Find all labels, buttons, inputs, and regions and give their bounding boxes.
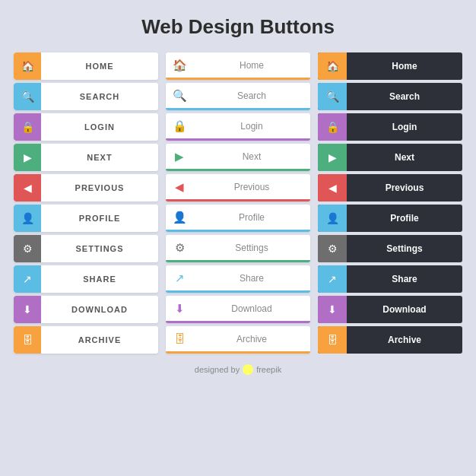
icon-symbol: ▶ <box>328 151 337 163</box>
btn-notch <box>455 52 462 80</box>
btn-style2-download[interactable]: ⬇ Download <box>166 296 310 323</box>
btn-style2-profile[interactable]: 👤 Profile <box>166 205 310 232</box>
btn-label: Search <box>193 90 310 101</box>
btn-style1-previous[interactable]: ◀ PREVIOUS <box>14 174 158 202</box>
icon-symbol: ⚙ <box>23 243 33 255</box>
btn-label: NEXT <box>41 153 158 162</box>
page-title: Web Design Buttons <box>141 15 335 39</box>
icon-symbol: ⚙ <box>175 241 185 255</box>
btn-style2-settings[interactable]: ⚙ Settings <box>166 235 310 262</box>
btn-label: SEARCH <box>41 92 158 101</box>
btn-style2-login[interactable]: 🔒 Login <box>166 113 310 141</box>
btn-icon: 🔍 <box>166 82 193 109</box>
btn-label: PROFILE <box>41 214 158 223</box>
icon-symbol: ⬇ <box>175 302 185 316</box>
btn-notch <box>455 83 462 110</box>
icon-symbol: 🔍 <box>173 89 187 103</box>
btn-label: Login <box>193 121 310 132</box>
btn-notch <box>455 296 462 323</box>
column-style3: 🏠 Home 🔍 Search 🔒 Login ▶ Next ◀ Previou… <box>318 52 462 354</box>
btn-style3-next[interactable]: ▶ Next <box>318 144 462 171</box>
btn-label: Previous <box>193 182 310 192</box>
icon-symbol: 👤 <box>326 212 339 224</box>
btn-icon: ⚙ <box>318 235 347 262</box>
icon-symbol: 🔍 <box>21 90 34 103</box>
btn-style1-share[interactable]: ↗ SHARE <box>14 265 158 293</box>
btn-label: SETTINGS <box>41 244 158 253</box>
btn-style3-profile[interactable]: 👤 Profile <box>318 205 462 232</box>
btn-style1-home[interactable]: 🏠 HOME <box>14 52 158 80</box>
btn-style3-share[interactable]: ↗ Share <box>318 265 462 293</box>
btn-label: Next <box>347 152 462 163</box>
icon-symbol: 🔒 <box>173 119 187 133</box>
btn-style2-next[interactable]: ▶ Next <box>166 144 310 171</box>
icon-symbol: 🔒 <box>326 121 339 133</box>
freepik-logo-icon <box>243 364 253 375</box>
btn-icon: ↗ <box>166 265 193 292</box>
btn-label: Login <box>347 122 462 132</box>
btn-style2-share[interactable]: ↗ Share <box>166 265 310 293</box>
btn-style3-home[interactable]: 🏠 Home <box>318 52 462 80</box>
btn-style1-search[interactable]: 🔍 SEARCH <box>14 83 158 110</box>
footer-text: designed by <box>195 365 240 374</box>
btn-icon: ⬇ <box>166 295 193 322</box>
btn-label: Share <box>347 274 462 284</box>
btn-icon: 🔒 <box>318 113 347 141</box>
icon-symbol: 👤 <box>173 211 187 224</box>
btn-icon: 🏠 <box>166 52 193 79</box>
btn-style1-settings[interactable]: ⚙ SETTINGS <box>14 235 158 262</box>
footer: designed by freepik <box>195 364 281 375</box>
btn-label: Settings <box>193 243 310 253</box>
btn-style3-archive[interactable]: 🗄 Archive <box>318 326 462 354</box>
icon-symbol: 🗄 <box>174 332 186 345</box>
btn-label: DOWNLOAD <box>41 305 158 314</box>
btn-icon: 🔒 <box>14 113 41 141</box>
icon-symbol: 🗄 <box>22 334 33 346</box>
icon-symbol: ↗ <box>175 271 185 285</box>
icon-symbol: 🔍 <box>326 90 339 103</box>
btn-icon: 🔍 <box>14 83 41 110</box>
btn-icon: ▶ <box>318 144 347 171</box>
btn-label: Archive <box>347 335 462 345</box>
btn-style2-archive[interactable]: 🗄 Archive <box>166 326 310 354</box>
btn-label: LOGIN <box>41 122 158 132</box>
btn-style3-download[interactable]: ⬇ Download <box>318 296 462 323</box>
btn-style3-previous[interactable]: ◀ Previous <box>318 174 462 202</box>
btn-style1-login[interactable]: 🔒 LOGIN <box>14 113 158 141</box>
btn-style3-settings[interactable]: ⚙ Settings <box>318 235 462 262</box>
icon-symbol: ↗ <box>23 273 32 285</box>
btn-icon: 🔍 <box>318 83 347 110</box>
icon-symbol: 👤 <box>21 212 34 224</box>
btn-label: Archive <box>193 334 310 344</box>
icon-symbol: ▶ <box>24 151 32 163</box>
btn-style1-archive[interactable]: 🗄 ARCHIVE <box>14 326 158 354</box>
icon-symbol: ◀ <box>175 180 184 194</box>
btn-style1-profile[interactable]: 👤 PROFILE <box>14 205 158 232</box>
btn-icon: 🔒 <box>166 113 193 140</box>
btn-icon: 🏠 <box>318 52 347 80</box>
btn-label: SHARE <box>41 274 158 284</box>
btn-icon: 👤 <box>14 205 41 232</box>
icon-symbol: ▶ <box>175 150 184 163</box>
btn-icon: ▶ <box>14 144 41 171</box>
btn-label: PREVIOUS <box>41 183 158 192</box>
btn-icon: ↗ <box>14 265 41 293</box>
btn-label: ARCHIVE <box>41 335 158 344</box>
footer-brand: freepik <box>256 365 281 374</box>
btn-notch <box>455 235 462 262</box>
btn-label: Next <box>193 151 310 162</box>
btn-style1-next[interactable]: ▶ NEXT <box>14 144 158 171</box>
btn-icon: ↗ <box>318 265 347 293</box>
icon-symbol: ⬇ <box>23 303 32 316</box>
btn-notch <box>455 205 462 232</box>
btn-style1-download[interactable]: ⬇ DOWNLOAD <box>14 296 158 323</box>
btn-style3-login[interactable]: 🔒 Login <box>318 113 462 141</box>
icon-symbol: ⬇ <box>328 303 337 316</box>
icon-symbol: ◀ <box>328 182 337 194</box>
btn-style3-search[interactable]: 🔍 Search <box>318 83 462 110</box>
btn-style2-home[interactable]: 🏠 Home <box>166 52 310 80</box>
btn-icon: 🏠 <box>14 52 41 80</box>
btn-label: Search <box>347 91 462 102</box>
btn-style2-previous[interactable]: ◀ Previous <box>166 174 310 202</box>
btn-style2-search[interactable]: 🔍 Search <box>166 83 310 110</box>
